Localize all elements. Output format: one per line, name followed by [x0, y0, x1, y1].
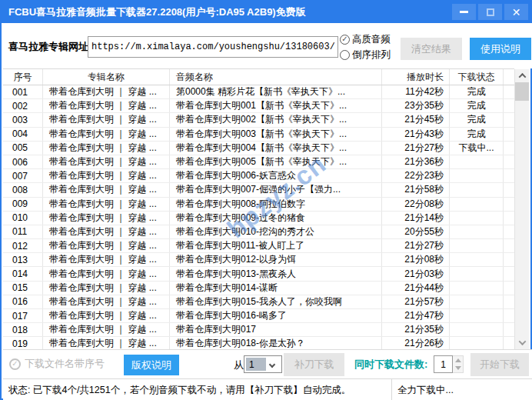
- table-row[interactable]: 016 带着仓库到大明 ｜ 穿越 ... 带着仓库到大明015-我杀人了，你咬我…: [3, 295, 514, 309]
- header-audio[interactable]: 音频名称: [170, 69, 382, 85]
- header-status[interactable]: 下载状态: [450, 69, 504, 85]
- table-row[interactable]: 006 带着仓库到大明 ｜ 穿越 ... 带着仓库到大明005【新书《宰执天下》…: [3, 155, 514, 169]
- cell-index: 012: [3, 239, 43, 252]
- table-row[interactable]: 017 带着仓库到大明 ｜ 穿越 ... 带着仓库到大明016-喝多了 21分4…: [3, 309, 514, 323]
- cell-album: 带着仓库到大明 ｜ 穿越 ...: [43, 253, 170, 266]
- chevron-down-icon: [518, 338, 526, 345]
- header-index[interactable]: 序号: [3, 69, 43, 85]
- cell-status: [450, 169, 504, 182]
- cell-duration: 22分23秒: [382, 169, 450, 182]
- cell-status: [450, 309, 504, 322]
- cell-album: 带着仓库到大明 ｜ 穿越 ...: [43, 183, 170, 196]
- cell-index: 014: [3, 267, 43, 280]
- cell-audio: 第0000集 精彩片花【新书《宰执天下》...: [170, 85, 382, 98]
- cell-album: 带着仓库到大明 ｜ 穿越 ...: [43, 198, 170, 211]
- cell-audio: 带着仓库到大明009-过冬的猪食: [170, 212, 382, 225]
- table-row[interactable]: 018 带着仓库到大明 ｜ 穿越 ... 带着仓库到大明017 21分35秒: [3, 323, 514, 337]
- cell-spacer: [504, 239, 514, 252]
- maximize-button[interactable]: [478, 4, 502, 20]
- dropdown-chevron-icon: [269, 361, 275, 367]
- cell-status: [450, 295, 504, 308]
- concurrent-downloads-value[interactable]: 1: [434, 355, 453, 373]
- cell-album: 带着仓库到大明 ｜ 穿越 ...: [43, 239, 170, 252]
- table-row[interactable]: 003 带着仓库到大明 ｜ 穿越 ... 带着仓库到大明002【新书《宰执天下》…: [3, 113, 514, 127]
- cell-duration: 21分36秒: [382, 155, 450, 168]
- cell-audio: 带着仓库到大明001【新书《宰执天下》...: [170, 99, 382, 112]
- cell-duration: 23分35秒: [382, 99, 450, 112]
- scrollbar-thumb[interactable]: [515, 82, 529, 101]
- radio-high-quality[interactable]: ✓ 高质音频: [340, 32, 391, 47]
- cell-album: 带着仓库到大明 ｜ 穿越 ...: [43, 85, 170, 98]
- table-row[interactable]: 002 带着仓库到大明 ｜ 穿越 ... 带着仓库到大明001【新书《宰执天下》…: [3, 99, 514, 113]
- table-row[interactable]: 005 带着仓库到大明 ｜ 穿越 ... 带着仓库到大明004【新书《宰执天下》…: [3, 142, 514, 155]
- status-bar: 状态: 已下载4个/共1251个，若个别音频下载不动，请用【补刀下载】自动完成。…: [3, 378, 532, 400]
- stepper-up-button[interactable]: [453, 356, 463, 365]
- header-duration[interactable]: 播放时长: [382, 69, 450, 85]
- table-row[interactable]: 012 带着仓库到大明 ｜ 穿越 ... 带着仓库到大明011-被人盯上了 21…: [3, 239, 514, 253]
- radio-reverse-order[interactable]: 倒序排列: [340, 47, 391, 62]
- table-row[interactable]: 013 带着仓库到大明 ｜ 穿越 ... 带着仓库到大明012-以身为饵 21分…: [3, 253, 514, 267]
- table-scrollbar[interactable]: [514, 69, 529, 349]
- bottom-controls: ✓ 下载文件名带序号 版权说明 从 1 补刀下载 同时下载文件数: 1 开始下载: [3, 349, 532, 378]
- table-row[interactable]: 011 带着仓库到大明 ｜ 穿越 ... 带着仓库到大明010-挖沟的秀才公 2…: [3, 225, 514, 239]
- table-row[interactable]: 007 带着仓库到大明 ｜ 穿越 ... 带着仓库到大明006-妖言惑众 22分…: [3, 169, 514, 183]
- table-row[interactable]: 010 带着仓库到大明 ｜ 穿越 ... 带着仓库到大明009-过冬的猪食 21…: [3, 212, 514, 225]
- table-row[interactable]: 008 带着仓库到大明 ｜ 穿越 ... 带着仓库到大明007-倔强的小子【强力…: [3, 183, 514, 197]
- cell-index: 010: [3, 212, 43, 225]
- cell-index: 013: [3, 253, 43, 266]
- cell-duration: 20分55秒: [382, 225, 450, 238]
- cell-index: 001: [3, 85, 43, 98]
- cell-index: 016: [3, 295, 43, 308]
- cell-spacer: [504, 183, 514, 196]
- arrow-up-icon: [455, 358, 461, 362]
- minimize-button[interactable]: [452, 4, 476, 20]
- toolbar: 喜马拉雅专辑网址: ✓ 高质音频 倒序排列 清空结果 使用说明: [3, 23, 532, 68]
- clear-results-button[interactable]: 清空结果: [401, 38, 462, 60]
- chevron-up-icon: [518, 73, 526, 81]
- album-url-input[interactable]: [88, 36, 338, 58]
- cell-duration: 21分57秒: [382, 295, 450, 308]
- cell-status: [450, 183, 504, 196]
- cell-duration: 21分26秒: [382, 337, 450, 349]
- cell-status: 完成: [450, 85, 504, 98]
- close-button[interactable]: ✕: [504, 4, 528, 20]
- close-icon: ✕: [512, 7, 521, 18]
- table-row[interactable]: 004 带着仓库到大明 ｜ 穿越 ... 带着仓库到大明003【新书《宰执天下》…: [3, 128, 514, 142]
- cell-spacer: [504, 309, 514, 322]
- table-body: 001 带着仓库到大明 ｜ 穿越 ... 第0000集 精彩片花【新书《宰执天下…: [3, 85, 514, 349]
- cell-spacer: [504, 225, 514, 238]
- cell-audio: 带着仓库到大明016-喝多了: [170, 309, 382, 322]
- window-title: FCBU喜马拉雅音频批量下载器27.2208(用户号:DA95 A2B9)免费版: [2, 5, 306, 19]
- concurrent-downloads-stepper[interactable]: 1: [434, 355, 464, 373]
- usage-help-button[interactable]: 使用说明: [470, 38, 531, 60]
- cell-audio: 带着仓库到大明018-你是太孙？: [170, 337, 382, 349]
- scroll-up-button[interactable]: [515, 69, 529, 82]
- cell-audio: 带着仓库到大明013-黑夜杀人: [170, 267, 382, 280]
- cell-spacer: [504, 169, 514, 182]
- copyright-button[interactable]: 版权说明: [124, 355, 179, 375]
- cell-spacer: [504, 113, 514, 126]
- table-row[interactable]: 014 带着仓库到大明 ｜ 穿越 ... 带着仓库到大明013-黑夜杀人 21分…: [3, 267, 514, 281]
- cell-index: 018: [3, 323, 43, 336]
- cell-audio: 带着仓库到大明002【新书《宰执天下》...: [170, 113, 382, 126]
- cell-audio: 带着仓库到大明011-被人盯上了: [170, 239, 382, 252]
- patch-download-button[interactable]: 补刀下载: [284, 353, 344, 376]
- scroll-down-button[interactable]: [515, 336, 529, 349]
- cell-index: 004: [3, 128, 43, 141]
- start-index-dropdown[interactable]: 1: [244, 355, 282, 373]
- cell-album: 带着仓库到大明 ｜ 穿越 ...: [43, 295, 170, 308]
- cell-duration: 21分45秒: [382, 113, 450, 126]
- stepper-down-button[interactable]: [453, 365, 463, 373]
- radio-reverse-order-label: 倒序排列: [352, 48, 391, 62]
- header-album[interactable]: 专辑名称: [43, 69, 170, 85]
- table-row[interactable]: 019 带着仓库到大明 ｜ 穿越 ... 带着仓库到大明018-你是太孙？ 21…: [3, 337, 514, 349]
- table-row[interactable]: 001 带着仓库到大明 ｜ 穿越 ... 第0000集 精彩片花【新书《宰执天下…: [3, 85, 514, 99]
- maximize-icon: [487, 8, 494, 16]
- filename-seq-checkbox[interactable]: ✓ 下载文件名带序号: [9, 357, 105, 371]
- minimize-icon: [460, 11, 468, 13]
- table-row[interactable]: 015 带着仓库到大明 ｜ 穿越 ... 带着仓库到大明014-谋断 21分44…: [3, 282, 514, 295]
- cell-status: 完成: [450, 128, 504, 141]
- start-download-button[interactable]: 开始下载: [470, 353, 529, 376]
- cell-album: 带着仓库到大明 ｜ 穿越 ...: [43, 309, 170, 322]
- table-row[interactable]: 009 带着仓库到大明 ｜ 穿越 ... 带着仓库到大明008-阿拉伯数字 22…: [3, 198, 514, 212]
